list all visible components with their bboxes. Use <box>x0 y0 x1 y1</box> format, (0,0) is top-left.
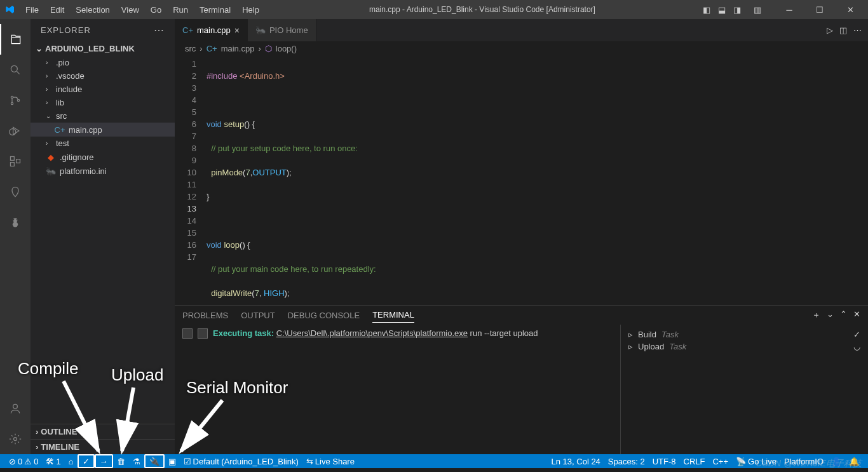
svg-rect-9 <box>17 159 20 163</box>
debug-icon[interactable] <box>0 116 31 146</box>
folder-include[interactable]: ›include <box>31 83 175 96</box>
sb-serial-monitor-icon[interactable]: 🔌 <box>144 454 165 468</box>
line-numbers: 1234567891011121314151617 <box>175 55 207 305</box>
sb-tools[interactable]: 🛠1 <box>42 454 64 468</box>
sb-encoding[interactable]: UTF-8 <box>649 454 680 468</box>
tab-main-cpp[interactable]: C+main.cpp× <box>175 19 248 41</box>
task-icon: ▹ <box>628 342 633 351</box>
minimize-icon[interactable]: ─ <box>776 5 802 15</box>
layout-bottom-icon[interactable]: ⬓ <box>715 4 728 16</box>
sb-trash-icon[interactable]: 🗑 <box>113 454 129 468</box>
menu-view[interactable]: View <box>116 3 144 17</box>
file-main-cpp[interactable]: C+main.cpp <box>31 123 175 137</box>
sb-lang[interactable]: C++ <box>709 454 732 468</box>
sb-build-icon[interactable]: ✓ <box>78 454 95 468</box>
cpp-icon: C+ <box>182 25 193 35</box>
platformio-ant-icon[interactable] <box>0 207 31 238</box>
file-platformio-ini[interactable]: 🐜platformio.ini <box>31 164 175 178</box>
tab-terminal[interactable]: TERMINAL <box>372 307 414 323</box>
source-control-icon[interactable] <box>0 85 31 116</box>
panel-close-icon[interactable]: ✕ <box>853 309 860 321</box>
timeline-section[interactable]: ›TIMELINE <box>31 439 175 454</box>
sb-home-icon[interactable]: ⌂ <box>65 454 78 468</box>
file-gitignore[interactable]: ◆.gitignore <box>31 150 175 164</box>
terminal-btn2[interactable] <box>198 328 208 339</box>
breadcrumb[interactable]: src› C+main.cpp› ⬡loop() <box>175 41 868 55</box>
settings-icon[interactable] <box>0 424 31 454</box>
tab-debug-console[interactable]: DEBUG CONSOLE <box>288 308 360 323</box>
tab-output[interactable]: OUTPUT <box>241 308 275 323</box>
tab-pio-home[interactable]: 🐜PIO Home <box>248 19 316 41</box>
workspace-root[interactable]: ⌄ARDUINO_LED_BLINK <box>31 41 175 56</box>
sb-platformio[interactable]: PlatformIO <box>780 454 827 468</box>
layout-left-icon[interactable]: ◧ <box>700 4 713 16</box>
folder-vscode[interactable]: ›.vscode <box>31 69 175 83</box>
sb-liveshare[interactable]: ⇆ Live Share <box>302 454 358 468</box>
sb-bell-icon[interactable]: 🔔 <box>845 454 863 468</box>
sb-errors[interactable]: ⊘0 ⚠0 <box>5 454 42 468</box>
folder-src[interactable]: ⌄src <box>31 109 175 123</box>
folder-lib[interactable]: ›lib <box>31 96 175 109</box>
sb-golive[interactable]: 📡 Go Live <box>732 454 780 468</box>
sb-upload-icon[interactable]: → <box>95 454 113 468</box>
sb-spaces[interactable]: Spaces: 2 <box>604 454 649 468</box>
svg-point-11 <box>13 222 18 227</box>
menu-help[interactable]: Help <box>237 3 264 17</box>
menu-run[interactable]: Run <box>168 3 193 17</box>
sb-terminal-icon[interactable]: ▣ <box>165 454 180 468</box>
explorer-icon[interactable] <box>0 24 31 55</box>
folder-test[interactable]: ›test <box>31 137 175 150</box>
code-area[interactable]: 1234567891011121314151617 #include <Ardu… <box>175 55 868 305</box>
svg-point-0 <box>11 65 17 72</box>
code-content[interactable]: #include <Arduino.h> void setup() { // p… <box>207 55 868 305</box>
svg-point-6 <box>10 129 16 135</box>
loading-icon: ◡ <box>853 342 860 351</box>
search-icon[interactable] <box>0 55 31 85</box>
editor-tabs: C+main.cpp× 🐜PIO Home ▷ ◫ ⋯ <box>175 19 868 41</box>
panel-maximize-icon[interactable]: ⌃ <box>840 309 847 321</box>
svg-line-1 <box>17 72 20 74</box>
terminal-dropdown-icon[interactable]: ⌄ <box>827 309 834 321</box>
sidebar: EXPLORER ⋯ ⌄ARDUINO_LED_BLINK ›.pio ›.vs… <box>31 19 175 454</box>
sb-test-icon[interactable]: ⚗ <box>129 454 144 468</box>
run-icon[interactable]: ▷ <box>827 25 833 35</box>
menu-terminal[interactable]: Terminal <box>194 3 236 17</box>
menu-file[interactable]: File <box>20 3 44 17</box>
platformio-icon[interactable] <box>0 177 31 207</box>
tab-problems[interactable]: PROBLEMS <box>182 308 228 323</box>
task-build[interactable]: ▹ Build Task ✓ <box>628 328 860 341</box>
extensions-icon[interactable] <box>0 146 31 177</box>
outline-section[interactable]: ›OUTLINE <box>31 424 175 439</box>
menu-edit[interactable]: Edit <box>45 3 69 17</box>
sb-eol[interactable]: CRLF <box>680 454 709 468</box>
layout-grid-icon[interactable]: ▥ <box>751 4 764 16</box>
menu-go[interactable]: Go <box>146 3 166 17</box>
statusbar: ⊘0 ⚠0 🛠1 ⌂ ✓ → 🗑 ⚗ 🔌 ▣ ☑ Default (Arduin… <box>0 454 868 468</box>
titlebar: File Edit Selection View Go Run Terminal… <box>0 0 868 19</box>
sidebar-more-icon[interactable]: ⋯ <box>154 24 165 36</box>
sb-cursor-pos[interactable]: Ln 13, Col 24 <box>548 454 604 468</box>
svg-point-14 <box>13 404 18 408</box>
layout-right-icon[interactable]: ◨ <box>731 4 743 16</box>
tab-close-icon[interactable]: × <box>234 25 240 36</box>
maximize-icon[interactable]: ☐ <box>807 5 832 15</box>
svg-point-2 <box>11 96 13 98</box>
svg-point-4 <box>17 99 19 101</box>
terminal-content[interactable]: Executing task: C:\Users\Dell\.platformi… <box>175 325 620 454</box>
sb-project-env[interactable]: ☑ Default (Arduino_LED_Blink) <box>180 454 302 468</box>
sb-person-icon[interactable]: 👤 <box>827 454 845 468</box>
layout-controls: ◧ ⬓ ◨ ▥ <box>700 4 764 16</box>
close-icon[interactable]: ✕ <box>837 5 863 15</box>
new-terminal-icon[interactable]: ＋ <box>812 309 820 321</box>
more-icon[interactable]: ⋯ <box>853 25 862 35</box>
menu-selection[interactable]: Selection <box>71 3 114 17</box>
cpp-icon: C+ <box>55 125 65 135</box>
account-icon[interactable] <box>0 393 31 424</box>
folder-pio[interactable]: ›.pio <box>31 56 175 69</box>
terminal-btn1[interactable] <box>182 328 193 339</box>
split-icon[interactable]: ◫ <box>839 25 847 35</box>
svg-rect-7 <box>11 157 15 161</box>
task-upload[interactable]: ▹ Upload Task ◡ <box>628 341 860 353</box>
sidebar-header: EXPLORER ⋯ <box>31 19 175 41</box>
svg-point-12 <box>13 219 15 220</box>
